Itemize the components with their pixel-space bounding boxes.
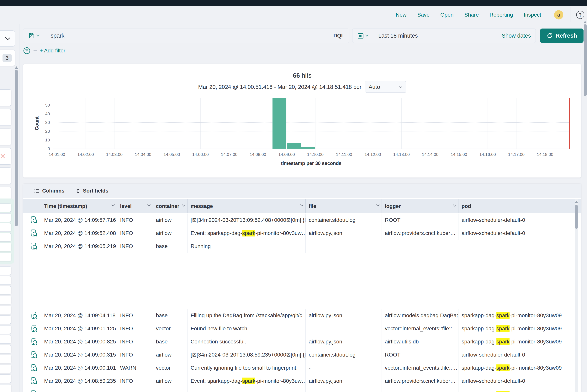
field-item-stub[interactable] — [0, 276, 11, 285]
field-item-stub[interactable] — [0, 253, 11, 261]
histogram-bar[interactable] — [301, 147, 315, 148]
cell-expand — [27, 227, 41, 240]
inspect-document-icon — [31, 364, 38, 372]
table-cell: airflow-scheduler-default-0 — [458, 348, 574, 361]
nav-link-inspect[interactable]: Inspect — [524, 12, 541, 18]
filter-row: + Add filter — [23, 46, 65, 55]
expand-document-button[interactable] — [30, 388, 38, 392]
histogram-panel: 66 hits Mar 20, 2024 @ 14:00:51.418 - Ma… — [23, 64, 581, 178]
expand-document-button[interactable] — [30, 240, 38, 253]
sidebar-scrollbar-up-arrow[interactable] — [15, 66, 18, 68]
table-cell: Running airflow.py.jsonairflow.cli.comma… — [188, 240, 306, 253]
search-query-input[interactable]: spark — [47, 29, 64, 42]
field-item-stub[interactable] — [0, 168, 11, 184]
table-scrollbar-up-arrow[interactable] — [575, 201, 578, 203]
table-scrollbar[interactable] — [575, 205, 578, 229]
refresh-button[interactable]: Refresh — [540, 28, 584, 43]
expand-document-button[interactable] — [30, 309, 38, 322]
table-cell: vector — [153, 361, 188, 374]
query-language-button[interactable]: DQL — [334, 29, 344, 42]
expand-document-button[interactable] — [30, 374, 38, 388]
expand-document-button[interactable] — [30, 214, 38, 227]
time-range-value[interactable]: Last 18 minutes — [378, 29, 418, 42]
field-item-stub[interactable] — [0, 306, 11, 314]
hits-count: 66 hits — [23, 72, 581, 79]
expand-document-button[interactable] — [30, 361, 38, 374]
histogram-bar[interactable] — [272, 98, 286, 148]
header-cell[interactable]: logger — [382, 199, 458, 213]
add-filter-button[interactable]: + Add filter — [40, 48, 65, 54]
field-item-stub[interactable] — [0, 355, 11, 363]
field-item-stub[interactable] — [0, 374, 11, 383]
nav-link-share[interactable]: Share — [464, 12, 479, 18]
app-top-bar — [0, 0, 587, 6]
expand-document-button[interactable] — [30, 335, 38, 348]
header-cell[interactable]: container — [153, 199, 188, 213]
table-cell: Mar 20, 2024 @ 14:09:00.315 — [41, 348, 117, 361]
histogram-plot[interactable] — [53, 98, 570, 149]
x-axis-tick: 14:09:00 — [273, 152, 300, 157]
expand-document-button[interactable] — [30, 348, 38, 361]
field-item-stub[interactable] — [0, 266, 11, 275]
table-cell: ROOT — [382, 348, 458, 361]
header-cell[interactable]: message — [188, 199, 306, 213]
documents-table-panel: Columns Sort fields Time (timestamp)leve… — [23, 184, 581, 392]
field-item-stub[interactable] — [0, 365, 11, 373]
field-item-stub[interactable] — [0, 345, 11, 354]
expand-document-button[interactable] — [30, 227, 38, 240]
saved-query-menu-button[interactable] — [23, 29, 45, 42]
field-item-stub[interactable] — [0, 325, 11, 334]
index-pattern-collapse-button[interactable] — [0, 30, 15, 47]
help-icon[interactable]: ? — [576, 11, 584, 19]
field-item-stub[interactable] — [0, 286, 11, 294]
nav-link-open[interactable]: Open — [440, 12, 454, 18]
field-item-stub[interactable] — [0, 204, 11, 212]
nav-divider — [570, 7, 570, 22]
search-highlight: spark — [496, 325, 510, 332]
user-avatar[interactable]: a — [554, 10, 563, 20]
field-item-stub[interactable] — [0, 90, 11, 106]
interval-select[interactable]: Auto — [365, 81, 406, 93]
field-item-stub[interactable]: ✕ — [0, 148, 11, 164]
field-item-stub[interactable] — [0, 223, 11, 232]
table-row: Mar 20, 2024 @ 14:08:59.235INFOairflowEv… — [23, 374, 581, 388]
header-cell[interactable]: file — [306, 199, 382, 213]
header-cell[interactable]: pod — [458, 199, 574, 213]
chevron-down-icon — [5, 37, 10, 40]
expand-document-button[interactable] — [30, 322, 38, 335]
field-item-stub[interactable] — [0, 384, 11, 392]
table-cell: Healthcheck passed. — [188, 388, 306, 392]
field-item-stub[interactable] — [0, 128, 11, 145]
header-cell[interactable]: Time (timestamp) — [41, 199, 117, 213]
inspect-document-icon — [31, 390, 38, 392]
page-scrollbar[interactable] — [584, 24, 586, 96]
field-item-stub[interactable] — [0, 335, 11, 344]
filter-icon[interactable] — [23, 47, 30, 54]
chevron-down-icon — [300, 204, 304, 206]
show-dates-button[interactable]: Show dates — [502, 29, 531, 42]
date-quick-select-button[interactable] — [352, 29, 374, 42]
field-item-stub[interactable] — [0, 316, 11, 324]
gridline-horizontal — [53, 105, 570, 105]
nav-link-save[interactable]: Save — [417, 12, 430, 18]
field-item-stub[interactable] — [0, 109, 11, 126]
x-axis-tick: 14:15:00 — [445, 152, 472, 157]
cell-expand — [27, 240, 41, 253]
table-cell: - — [306, 388, 382, 392]
nav-link-new[interactable]: New — [396, 12, 406, 18]
nav-link-reporting[interactable]: Reporting — [490, 12, 513, 18]
histogram-bar[interactable] — [287, 144, 301, 148]
field-item-stub[interactable] — [0, 213, 11, 222]
header-cell[interactable]: level — [117, 199, 153, 213]
page-scrollbar-up-arrow[interactable] — [584, 21, 586, 23]
cell-expand — [27, 335, 41, 348]
gridline-vertical — [344, 98, 344, 148]
sidebar-scrollbar[interactable] — [15, 70, 18, 226]
columns-button[interactable]: Columns — [34, 188, 64, 194]
sort-fields-button[interactable]: Sort fields — [75, 188, 108, 194]
field-item-stub[interactable] — [0, 243, 11, 251]
table-cell: airflow — [153, 214, 188, 227]
field-item-stub[interactable] — [0, 233, 11, 242]
field-item-stub[interactable] — [0, 296, 11, 304]
interval-value: Auto — [369, 84, 380, 90]
